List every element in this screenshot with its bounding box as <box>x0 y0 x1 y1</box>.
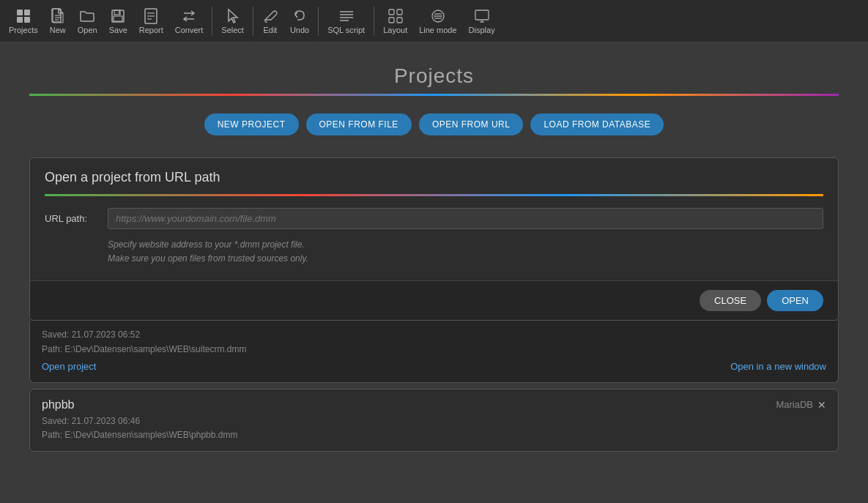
linemode-label: Line mode <box>419 26 456 34</box>
svg-rect-10 <box>114 16 122 21</box>
dialog-body: URL path: Specify website address to you… <box>30 208 838 280</box>
open-label: Open <box>78 26 97 34</box>
new-project-button[interactable]: NEW PROJECT <box>204 113 299 135</box>
rainbow-bar <box>29 94 839 96</box>
open-project-link-suitecrm[interactable]: Open project <box>42 361 96 372</box>
projects-label: Projects <box>9 26 38 34</box>
toolbar: Projects New Open <box>0 0 868 42</box>
layout-label: Layout <box>383 26 407 34</box>
toolbar-select[interactable]: Select <box>215 0 250 42</box>
separator-1 <box>212 7 212 36</box>
project-item-suitecrm: Saved: 21.07.2023 06:52 Path: E:\Dev\Dat… <box>29 321 839 382</box>
svg-rect-0 <box>17 10 23 15</box>
svg-rect-25 <box>397 18 402 23</box>
dialog-hint: Specify website address to your *.dmm pr… <box>45 238 823 266</box>
undo-icon <box>292 8 308 24</box>
save-label: Save <box>109 26 127 34</box>
undo-label: Undo <box>290 26 309 34</box>
svg-rect-22 <box>389 10 394 15</box>
toolbar-sqlscript[interactable]: SQL script <box>322 0 371 42</box>
project-header-phpbb: phpbb MariaDB ✕ <box>42 398 826 411</box>
new-icon <box>50 8 66 24</box>
edit-icon <box>262 8 278 24</box>
sqlscript-label: SQL script <box>327 26 365 34</box>
project-item-phpbb: phpbb MariaDB ✕ Saved: 21.07.2023 06:46 … <box>29 389 839 452</box>
project-saved-phpbb: Saved: 21.07.2023 06:46 <box>42 414 826 428</box>
open-new-window-link-suitecrm[interactable]: Open in a new window <box>730 361 826 372</box>
svg-rect-2 <box>17 17 23 23</box>
convert-label: Convert <box>175 26 204 34</box>
save-icon <box>110 8 126 24</box>
open-url-dialog: Open a project from URL path URL path: S… <box>29 157 839 321</box>
sqlscript-icon <box>338 8 355 24</box>
project-saved-suitecrm: Saved: 21.07.2023 06:52 <box>42 328 826 342</box>
linemode-icon <box>430 8 446 24</box>
separator-4 <box>374 7 374 36</box>
toolbar-undo[interactable]: Undo <box>284 0 315 42</box>
close-button[interactable]: CLOSE <box>700 290 761 311</box>
url-input[interactable] <box>108 208 823 229</box>
project-path-phpbb: Path: E:\Dev\Datensen\samples\WEB\phpbb.… <box>42 428 826 442</box>
edit-label: Edit <box>263 26 277 34</box>
page-title: Projects <box>29 64 839 88</box>
project-db-phpbb: MariaDB ✕ <box>776 399 826 411</box>
open-button[interactable]: OPEN <box>767 290 823 311</box>
toolbar-report[interactable]: Report <box>133 0 169 42</box>
open-icon <box>79 8 95 24</box>
toolbar-projects[interactable]: Projects <box>3 0 44 42</box>
main-content: Projects NEW PROJECT OPEN FROM FILE OPEN… <box>0 42 868 503</box>
separator-3 <box>318 7 319 36</box>
convert-icon <box>181 8 197 24</box>
toolbar-edit[interactable]: Edit <box>256 0 284 42</box>
display-label: Display <box>469 26 495 34</box>
new-label: New <box>50 26 66 34</box>
separator-2 <box>253 7 253 36</box>
projects-icon <box>15 8 31 24</box>
project-name-phpbb: phpbb <box>42 398 75 411</box>
toolbar-new[interactable]: New <box>44 0 72 42</box>
svg-rect-1 <box>24 10 30 15</box>
report-icon <box>143 8 159 24</box>
report-label: Report <box>139 26 163 34</box>
project-actions-suitecrm: Open project Open in a new window <box>42 361 826 372</box>
display-icon <box>474 8 490 24</box>
svg-rect-24 <box>389 18 394 23</box>
open-from-file-button[interactable]: OPEN FROM FILE <box>306 113 412 135</box>
dialog-rainbow-bar <box>45 194 823 196</box>
load-from-database-button[interactable]: LOAD FROM DATABASE <box>530 113 664 135</box>
toolbar-linemode[interactable]: Line mode <box>413 0 462 42</box>
url-label: URL path: <box>45 213 96 224</box>
layout-icon <box>387 8 404 24</box>
toolbar-convert[interactable]: Convert <box>169 0 209 42</box>
select-label: Select <box>221 26 244 34</box>
dialog-footer: CLOSE OPEN <box>30 280 838 320</box>
svg-rect-3 <box>24 17 30 23</box>
open-from-url-button[interactable]: OPEN FROM URL <box>419 113 524 135</box>
project-actions: NEW PROJECT OPEN FROM FILE OPEN FROM URL… <box>29 113 839 135</box>
svg-rect-23 <box>397 10 402 15</box>
dialog-title: Open a project from URL path <box>30 158 838 194</box>
project-path-suitecrm: Path: E:\Dev\Datensen\samples\WEB\suitec… <box>42 343 826 357</box>
select-icon <box>225 8 241 24</box>
toolbar-display[interactable]: Display <box>463 0 501 42</box>
toolbar-save[interactable]: Save <box>103 0 133 42</box>
svg-rect-30 <box>475 10 489 20</box>
toolbar-open[interactable]: Open <box>72 0 103 42</box>
toolbar-layout[interactable]: Layout <box>377 0 413 42</box>
url-row: URL path: <box>45 208 823 229</box>
close-phpbb-button[interactable]: ✕ <box>817 399 826 411</box>
